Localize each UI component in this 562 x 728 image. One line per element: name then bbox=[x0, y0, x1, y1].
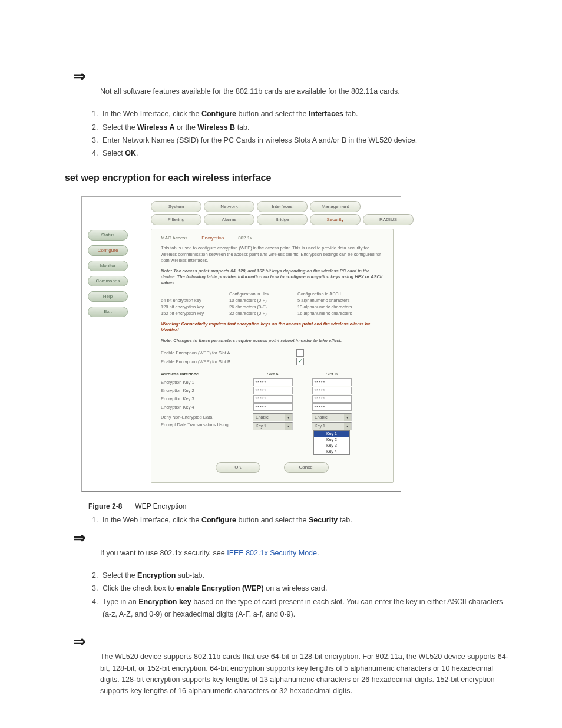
key4-slot-a-input[interactable]: ***** bbox=[253, 403, 293, 411]
ok-button[interactable]: OK bbox=[216, 462, 260, 473]
dropdown-option[interactable]: Key 2 bbox=[314, 437, 349, 443]
key2-slot-b-input[interactable]: ***** bbox=[312, 387, 352, 394]
key3-slot-a-input[interactable]: ***** bbox=[253, 395, 293, 403]
wep-screenshot-panel: Status Configure Monitor Commands Help E… bbox=[81, 196, 401, 491]
subtab-mac-access[interactable]: MAC Access bbox=[161, 235, 187, 241]
encrypt-slot-a-select[interactable]: Key 1▾ bbox=[253, 422, 293, 430]
8021x-note: If you want to use 802.1x security, see … bbox=[100, 548, 509, 559]
subtab-encryption[interactable]: Encryption bbox=[201, 235, 224, 241]
dropdown-option[interactable]: Key 1 bbox=[314, 431, 349, 437]
wi-header: Wireless Interface Slot A Slot B bbox=[161, 371, 384, 377]
chevron-down-icon: ▾ bbox=[285, 423, 292, 430]
key-row-3: Encryption Key 3 ***** ***** bbox=[161, 395, 384, 403]
encrypt-slot-b-select[interactable]: Key 1▾ bbox=[312, 422, 352, 430]
enable-wep-b-checkbox[interactable]: ✓ bbox=[296, 358, 304, 365]
nav-configure[interactable]: Configure bbox=[88, 245, 128, 256]
step-3: Enter Network Names (SSID) for the PC Ca… bbox=[100, 134, 509, 147]
note-arrow-icon: ⇒ bbox=[73, 530, 509, 545]
chevron-down-icon: ▾ bbox=[344, 414, 351, 421]
primary-tabs: System Network Interfaces Management bbox=[151, 201, 416, 212]
key-row-1: Encryption Key 1 ***** ***** bbox=[161, 378, 384, 386]
tab-interfaces[interactable]: Interfaces bbox=[257, 201, 308, 212]
key1-slot-b-input[interactable]: ***** bbox=[312, 378, 352, 386]
dropdown-option[interactable]: Key 4 bbox=[314, 449, 349, 454]
step-2: Select the Wireless A or the Wireless B … bbox=[100, 121, 509, 134]
note-arrow-icon: ⇒ bbox=[73, 68, 509, 84]
encrypt-using-label: Encrypt Data Transmissions Using bbox=[161, 422, 243, 427]
left-nav: Status Configure Monitor Commands Help E… bbox=[82, 197, 133, 324]
table-row: 152 bit encryption key32 characters (0-F… bbox=[161, 310, 384, 317]
encrypt-slot-b-dropdown[interactable]: Key 1 Key 2 Key 3 Key 4 bbox=[313, 430, 350, 455]
tab-alarms[interactable]: Alarms bbox=[204, 214, 254, 225]
feature-note: Not all software features available for … bbox=[100, 86, 509, 97]
nav-commands[interactable]: Commands bbox=[88, 276, 128, 286]
dropdown-option[interactable]: Key 3 bbox=[314, 443, 349, 449]
tab-radius[interactable]: RADIUS bbox=[363, 214, 414, 225]
key-row-4: Encryption Key 4 ***** ***** bbox=[161, 403, 384, 411]
step-4: Type in an Encryption key based on the t… bbox=[100, 596, 509, 621]
steps-security: In the Web Interface, click the Configur… bbox=[85, 514, 509, 526]
deny-slot-b-select[interactable]: Enable▾ bbox=[312, 413, 352, 421]
table-row: 64 bit encryption key10 characters (0-F)… bbox=[161, 297, 384, 304]
chevron-down-icon: ▾ bbox=[285, 414, 292, 421]
steps-interfaces: In the Web Interface, click the Configur… bbox=[85, 108, 509, 160]
reboot-note: Note: Changes to these parameters requir… bbox=[161, 338, 384, 344]
step-2: Select the Encryption sub-tab. bbox=[100, 569, 509, 582]
tab-filtering[interactable]: Filtering bbox=[151, 214, 201, 225]
cancel-button[interactable]: Cancel bbox=[284, 462, 329, 473]
nav-status[interactable]: Status bbox=[88, 230, 128, 241]
intro-note-keys: Note: The access point supports 64, 128,… bbox=[161, 268, 384, 286]
tab-bridge[interactable]: Bridge bbox=[257, 214, 308, 225]
enable-wep-a-label: Enable Encryption (WEP) for Slot A bbox=[161, 350, 296, 355]
key2-slot-a-input[interactable]: ***** bbox=[253, 387, 293, 394]
key-length-table: Configuration in Hex Configuration in AS… bbox=[161, 291, 384, 317]
key4-slot-b-input[interactable]: ***** bbox=[312, 403, 352, 411]
chevron-down-icon: ▾ bbox=[344, 423, 351, 430]
warning-text: Warning: Connectivity requires that encr… bbox=[161, 321, 384, 333]
deny-slot-a-select[interactable]: Enable▾ bbox=[253, 413, 293, 421]
nav-help[interactable]: Help bbox=[88, 291, 128, 302]
step-1: In the Web Interface, click the Configur… bbox=[100, 108, 509, 120]
subtab-8021x[interactable]: 802.1x bbox=[238, 235, 252, 241]
note-arrow-icon: ⇒ bbox=[73, 634, 509, 649]
tab-management[interactable]: Management bbox=[310, 201, 361, 212]
section-heading: set wep encryption for each wireless int… bbox=[65, 173, 509, 183]
intro-text-1: This tab is used to configure encryption… bbox=[161, 245, 384, 263]
tab-network[interactable]: Network bbox=[204, 201, 254, 212]
key1-slot-a-input[interactable]: ***** bbox=[253, 378, 293, 386]
step-4: Select OK. bbox=[100, 147, 509, 160]
tab-system[interactable]: System bbox=[151, 201, 201, 212]
table-row: 128 bit encryption key26 characters (0-F… bbox=[161, 304, 384, 310]
deny-non-encrypted-label: Deny Non-Encrypted Data bbox=[161, 414, 243, 420]
step-3: Click the check box to enable Encryption… bbox=[100, 582, 509, 595]
figure-caption: Figure 2-8WEP Encryption bbox=[88, 502, 509, 510]
encryption-support-note: The WL520 device supports 802.11b cards … bbox=[100, 651, 509, 697]
key-row-2: Encryption Key 2 ***** ***** bbox=[161, 387, 384, 394]
tab-security[interactable]: Security bbox=[310, 214, 361, 225]
step-1: In the Web Interface, click the Configur… bbox=[100, 514, 509, 526]
secondary-tabs: Filtering Alarms Bridge Security RADIUS bbox=[151, 214, 416, 225]
security-card: MAC Access Encryption 802.1x This tab is… bbox=[151, 229, 394, 482]
steps-security-cont: Select the Encryption sub-tab. Click the… bbox=[85, 569, 509, 621]
key3-slot-b-input[interactable]: ***** bbox=[312, 395, 352, 403]
enable-wep-b-label: Enable Encryption (WEP) for Slot B bbox=[161, 359, 296, 364]
nav-monitor[interactable]: Monitor bbox=[88, 261, 128, 271]
nav-exit[interactable]: Exit bbox=[88, 307, 128, 317]
ieee-8021x-link[interactable]: IEEE 802.1x Security Mode bbox=[227, 549, 317, 557]
sub-tabs: MAC Access Encryption 802.1x bbox=[161, 235, 384, 241]
enable-wep-a-checkbox[interactable] bbox=[296, 349, 304, 357]
